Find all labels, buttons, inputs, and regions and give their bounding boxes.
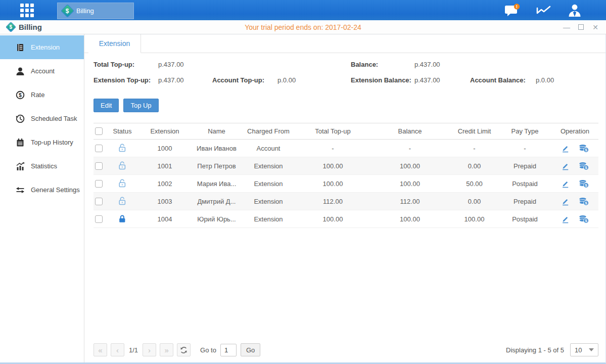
sidebar-item-scheduled-task[interactable]: Scheduled Task [0, 107, 84, 130]
pay-type-cell: Prepaid [498, 198, 551, 205]
lock-open-icon [118, 179, 126, 188]
sidebar-item-label: General Settings [31, 186, 80, 194]
table-header: Status Extension Name Charged From Total… [94, 123, 598, 140]
displaying-range-text: Displaying 1 - 5 of 5 [506, 346, 564, 354]
history-clock-icon [15, 114, 25, 123]
table-row[interactable]: 1003 Дмитрий Д... Extension 112.00 112.0… [94, 193, 598, 210]
resource-monitor-chart-icon[interactable] [536, 4, 551, 16]
user-account-icon[interactable] [568, 4, 582, 17]
refresh-button[interactable] [177, 343, 191, 356]
row-checkbox[interactable] [95, 162, 103, 170]
name-cell: Петр Петров [193, 162, 241, 170]
main-content: Extension Total Top-up: p.437.00 Balance… [84, 34, 605, 362]
tab-extension[interactable]: Extension [88, 34, 141, 53]
billing-dollar-diamond-icon: $ [61, 4, 74, 18]
window-titlebar: $ Billing Your trial period ends on: 201… [0, 20, 606, 34]
extension-topup-label: Extension Top-up: [94, 76, 151, 84]
edit-row-button[interactable] [561, 215, 570, 223]
sidebar-item-topup-history[interactable]: Top-up History [0, 130, 84, 154]
select-all-checkbox[interactable] [95, 127, 103, 135]
total-topup-cell: - [296, 145, 369, 152]
edit-button[interactable]: Edit [94, 99, 119, 112]
edit-row-button[interactable] [561, 197, 570, 206]
goto-page-input[interactable] [220, 344, 237, 356]
top-up-row-button[interactable]: $ [579, 162, 589, 170]
sidebar-item-statistics[interactable]: Statistics [0, 154, 84, 178]
edit-row-button[interactable] [561, 162, 570, 170]
sidebar: Extension Account $ Rate Scheduled Task [0, 34, 84, 362]
lock-open-icon [118, 197, 126, 206]
sidebar-item-label: Top-up History [31, 139, 73, 146]
billing-summary: Total Top-up: p.437.00 Balance: p.437.00… [94, 59, 598, 93]
app-launcher-grid-icon[interactable] [20, 4, 34, 17]
top-up-button[interactable]: Top Up [123, 99, 158, 112]
top-up-row-button[interactable]: $ [579, 179, 589, 188]
bar-chart-icon [15, 161, 25, 171]
pencil-icon [561, 215, 570, 223]
sliders-icon [15, 185, 25, 195]
minimize-button[interactable]: — [563, 24, 570, 31]
balance-cell: - [369, 145, 450, 152]
credit-limit-cell: 100.00 [450, 215, 498, 223]
coins-icon: $ [579, 215, 589, 223]
sidebar-item-extension[interactable]: Extension [0, 35, 84, 59]
last-page-button[interactable]: » [160, 343, 173, 356]
pencil-icon [561, 197, 570, 206]
notepad-icon [15, 138, 25, 147]
balance-label: Balance: [351, 61, 378, 68]
status-cell [108, 214, 137, 223]
sidebar-item-label: Extension [31, 43, 60, 51]
name-cell: Мария Ива... [193, 180, 241, 188]
go-button[interactable]: Go [241, 343, 260, 356]
table-body: 1000 Иван Иванов Account - - - - $ [94, 140, 598, 228]
top-up-row-button[interactable]: $ [579, 144, 589, 153]
account-balance-value: p.0.00 [536, 76, 554, 84]
sidebar-item-general-settings[interactable]: General Settings [0, 178, 84, 202]
total-topup-cell: 100.00 [296, 162, 369, 170]
maximize-button[interactable] [578, 24, 584, 30]
charged-from-cell: Extension [241, 162, 296, 170]
table-row[interactable]: 1004 Юрий Юрь... Extension 100.00 100.00… [94, 210, 598, 228]
close-button[interactable]: ✕ [592, 24, 599, 31]
row-checkbox[interactable] [95, 198, 103, 205]
table-row[interactable]: 1000 Иван Иванов Account - - - - $ [94, 140, 598, 157]
name-cell: Юрий Юрь... [193, 215, 241, 223]
account-balance-label: Account Balance: [470, 76, 526, 84]
sidebar-item-label: Scheduled Task [31, 115, 77, 122]
billing-title-diamond-icon: $ [6, 22, 16, 32]
pay-type-cell: Postpaid [498, 180, 551, 188]
edit-row-button[interactable] [561, 144, 570, 153]
status-cell [108, 179, 137, 188]
name-cell: Иван Иванов [193, 145, 241, 152]
pagination-bar: « ‹ 1/1 › » Go to Go Displaying [94, 339, 598, 362]
status-cell [108, 144, 137, 153]
page-size-value: 10 [575, 346, 582, 354]
sidebar-item-label: Account [31, 67, 55, 75]
table-row[interactable]: 1002 Мария Ива... Extension 100.00 100.0… [94, 175, 598, 193]
next-page-button[interactable]: › [143, 343, 156, 356]
ledger-icon [15, 42, 25, 52]
balance-cell: 100.00 [369, 180, 450, 188]
taskbar-tab-billing[interactable]: $ Billing [57, 3, 134, 19]
page-size-select[interactable]: 10 [570, 343, 598, 356]
prev-page-button[interactable]: ‹ [111, 343, 124, 356]
edit-row-button[interactable] [561, 179, 570, 188]
row-checkbox[interactable] [95, 180, 103, 188]
row-checkbox[interactable] [95, 215, 103, 223]
sidebar-item-rate[interactable]: $ Rate [0, 83, 84, 107]
top-up-row-button[interactable]: $ [579, 197, 589, 206]
column-charged-from: Charged From [241, 127, 296, 135]
person-icon [15, 66, 25, 76]
top-up-row-button[interactable]: $ [579, 215, 589, 223]
coins-icon: $ [579, 144, 589, 153]
chevron-down-icon [589, 348, 594, 351]
first-page-button[interactable]: « [94, 343, 107, 356]
status-cell [108, 197, 137, 206]
notifications-chat-icon[interactable]: ! [504, 4, 520, 17]
row-checkbox[interactable] [95, 145, 103, 152]
column-name: Name [193, 127, 241, 135]
extension-cell: 1002 [137, 180, 193, 188]
column-extension: Extension [137, 127, 193, 135]
table-row[interactable]: 1001 Петр Петров Extension 100.00 100.00… [94, 157, 598, 175]
sidebar-item-account[interactable]: Account [0, 59, 84, 83]
